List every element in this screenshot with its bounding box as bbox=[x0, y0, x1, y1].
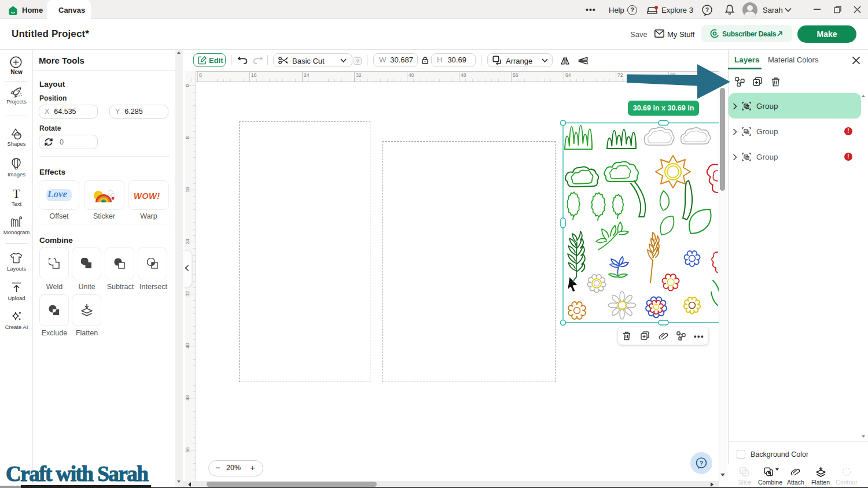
svg-text:?: ? bbox=[705, 7, 709, 13]
svg-text:?: ? bbox=[700, 460, 704, 467]
